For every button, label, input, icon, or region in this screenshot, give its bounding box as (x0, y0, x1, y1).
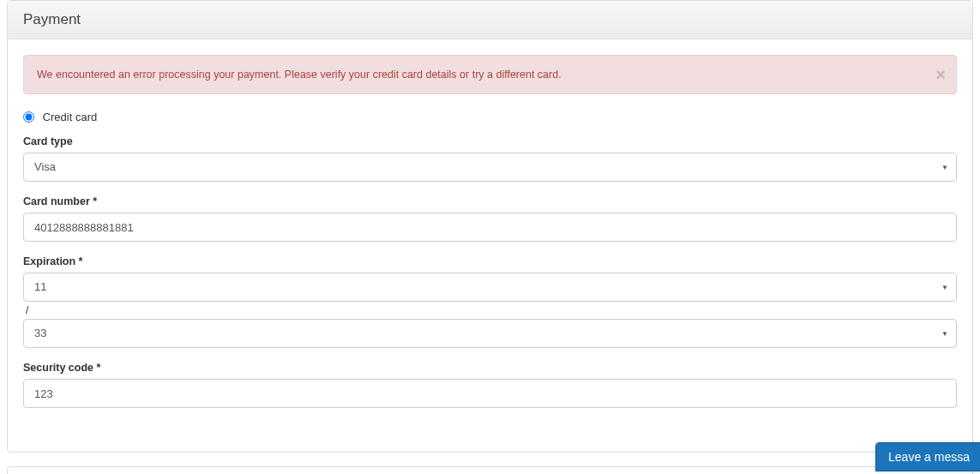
panel-title: Payment (8, 1, 972, 39)
card-number-group: Card number * (23, 195, 957, 242)
security-code-group: Security code * (23, 362, 957, 408)
card-type-group: Card type Visa (23, 135, 957, 182)
chat-widget-label: Leave a messa (888, 450, 970, 464)
security-code-input[interactable] (23, 379, 957, 408)
close-icon[interactable]: × (935, 66, 946, 83)
expiration-month-select[interactable]: 11 (23, 273, 957, 302)
card-number-label: Card number * (23, 195, 957, 207)
expiration-separator: / (26, 304, 957, 316)
security-code-label: Security code * (23, 362, 957, 374)
card-type-label: Card type (23, 135, 957, 147)
expiration-month-wrap: 11 (23, 273, 957, 302)
credit-card-radio-text: Credit card (43, 111, 98, 123)
payment-panel: Payment We encountered an error processi… (7, 0, 973, 453)
error-alert-message: We encountered an error processing your … (37, 69, 562, 81)
card-number-input[interactable] (23, 213, 957, 242)
chat-widget[interactable]: Leave a messa (875, 442, 980, 471)
credit-card-radio[interactable] (23, 111, 34, 123)
card-type-select-wrap: Visa (23, 153, 957, 182)
expiration-label: Expiration * (23, 255, 957, 267)
panel-body: We encountered an error processing your … (8, 39, 972, 437)
expiration-group: Expiration * 11 / 33 (23, 255, 957, 348)
payment-method-row: Credit card (23, 110, 957, 123)
next-panel-peek (7, 466, 973, 474)
error-alert: We encountered an error processing your … (23, 55, 957, 94)
card-type-select[interactable]: Visa (23, 153, 957, 182)
credit-card-radio-label[interactable]: Credit card (23, 110, 97, 123)
expiration-year-select[interactable]: 33 (23, 319, 957, 348)
expiration-year-wrap: 33 (23, 319, 957, 348)
